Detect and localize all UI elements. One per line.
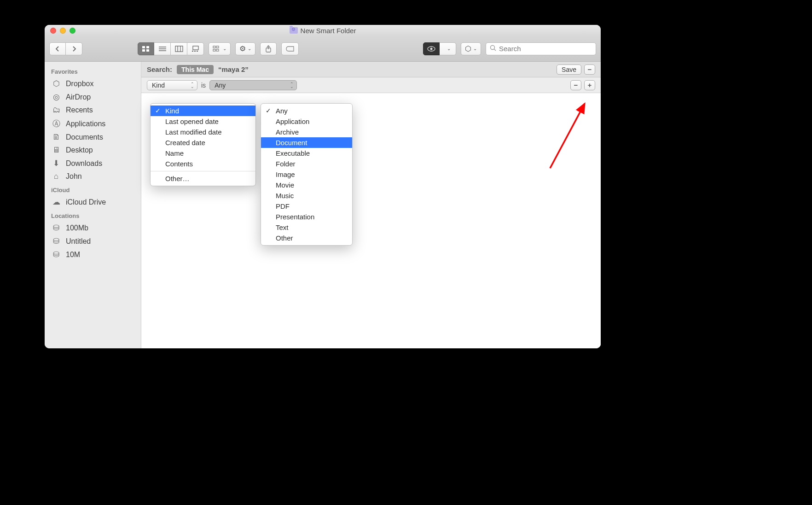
search-icon [490,45,496,53]
sidebar-item-john[interactable]: ⌂John [45,170,141,183]
sidebar-section-header: iCloud [45,183,141,195]
dropdown-item-other[interactable]: Other… [151,173,255,184]
dropdown-item-last-opened-date[interactable]: Last opened date [151,116,255,127]
sidebar-item-icloud-drive[interactable]: ☁iCloud Drive [45,195,141,209]
svg-rect-3 [146,49,149,52]
criteria-value-select[interactable]: Any ⌃⌄ [209,80,297,90]
dropdown-item-document[interactable]: Document [261,137,352,148]
sidebar-item-recents[interactable]: 🗂Recents [45,104,141,117]
dropbox-smart-sync-button[interactable] [423,42,440,55]
dropbox-button[interactable]: ⬡ ⌄ [461,42,481,55]
dropdown-item-folder[interactable]: Folder [261,159,352,169]
dropdown-item-label: Last opened date [165,117,219,125]
window-zoom-button[interactable] [70,28,75,34]
dropdown-item-label: Folder [276,160,296,168]
dropdown-item-label: Other [276,234,293,242]
share-button[interactable] [260,42,277,55]
dropdown-item-pdf[interactable]: PDF [261,201,352,211]
sidebar-item-desktop[interactable]: 🖥Desktop [45,144,141,157]
sidebar-item-label: Desktop [66,146,93,154]
sidebar-item-100mb[interactable]: ⛁100Mb [45,221,141,235]
icloud-icon: ☁ [51,197,61,207]
sidebar-item-applications[interactable]: ⒶApplications [45,117,141,131]
dropdown-item-label: Kind [165,107,179,115]
group-by-button[interactable]: ⌄ [209,42,231,55]
search-field[interactable] [486,42,596,55]
chevron-down-icon: ⌄ [248,46,251,51]
add-criteria-button[interactable]: + [584,80,595,90]
dropdown-item-image[interactable]: Image [261,169,352,180]
search-input[interactable] [499,45,592,53]
back-button[interactable] [49,42,66,55]
dropdown-item-music[interactable]: Music [261,190,352,201]
save-button[interactable]: Save [557,65,581,75]
sidebar-item-label: Downloads [66,159,102,168]
dropdown-item-label: Presentation [276,213,314,221]
window-close-button[interactable] [50,28,56,34]
dropbox-icon: ⬡ [465,44,471,53]
updown-icon: ⌃⌄ [290,82,294,88]
window-minimize-button[interactable] [60,28,66,34]
dropdown-item-archive[interactable]: Archive [261,127,352,137]
dropdown-item-application[interactable]: Application [261,116,352,127]
toolbar: ⌄ ⚙ ⌄ ⌄ ⬡ ⌄ [45,36,601,62]
titlebar: New Smart Folder [45,25,601,36]
dropdown-item-label: Image [276,170,295,178]
criteria-attribute-dropdown: ✓KindLast opened dateLast modified dateC… [150,103,256,186]
dropdown-item-created-date[interactable]: Created date [151,137,255,148]
dropdown-item-label: Name [165,149,184,157]
dropbox-smart-sync-menu-button[interactable]: ⌄ [440,42,456,55]
sidebar-item-airdrop[interactable]: ◎AirDrop [45,90,141,104]
window-title: New Smart Folder [301,27,356,35]
dropdown-item-other[interactable]: Other [261,233,352,243]
remove-search-button[interactable]: − [584,65,595,75]
sidebar-item-label: Recents [66,106,93,114]
dropdown-item-label: Movie [276,181,294,189]
dropdown-item-executable[interactable]: Executable [261,148,352,159]
view-icon-mode-button[interactable] [138,42,154,55]
sidebar-item-untitled[interactable]: ⛁Untitled [45,235,141,248]
dropdown-item-contents[interactable]: Contents [151,159,255,169]
sidebar-item-label: AirDrop [66,93,91,101]
dropdown-item-movie[interactable]: Movie [261,180,352,190]
scope-folder[interactable]: “maya 2” [218,65,249,73]
criteria-attribute-value: Kind [152,82,165,89]
svg-rect-14 [213,46,215,48]
svg-rect-2 [142,49,145,52]
sidebar-item-downloads[interactable]: ⬇Downloads [45,157,141,170]
documents-icon: 🗎 [51,133,61,142]
scope-this-mac[interactable]: This Mac [177,65,214,74]
criteria-row: Kind ⌃⌄ is Any ⌃⌄ − + [141,77,601,93]
dropdown-item-text[interactable]: Text [261,222,352,233]
dropdown-item-name[interactable]: Name [151,148,255,159]
dropdown-item-kind[interactable]: ✓Kind [151,106,255,116]
dropdown-separator [151,171,255,171]
criteria-value: Any [215,82,226,89]
dropdown-item-label: Music [276,192,294,200]
chevron-down-icon: ⌄ [223,46,226,51]
desktop-icon: 🖥 [51,146,61,155]
remove-criteria-button[interactable]: − [570,80,581,90]
criteria-connector: is [201,82,206,89]
svg-rect-12 [194,51,196,52]
view-column-mode-button[interactable] [171,42,187,55]
action-button[interactable]: ⚙ ⌄ [235,42,255,55]
dropdown-item-label: Contents [165,160,193,168]
disk-icon: ⛁ [51,250,61,259]
tags-button[interactable] [281,42,299,55]
svg-rect-0 [142,46,145,48]
forward-button[interactable] [66,42,82,55]
sidebar-item-dropbox[interactable]: ⬡Dropbox [45,77,141,90]
view-gallery-mode-button[interactable] [187,42,204,55]
view-list-mode-button[interactable] [154,42,171,55]
dropdown-item-label: Document [276,139,307,147]
dropdown-item-any[interactable]: ✓Any [261,106,352,116]
sidebar-item-10m[interactable]: ⛁10M [45,248,141,261]
dropdown-item-label: Created date [165,139,205,147]
recents-icon: 🗂 [51,106,61,115]
svg-rect-1 [146,46,149,48]
dropdown-item-last-modified-date[interactable]: Last modified date [151,127,255,137]
criteria-attribute-select[interactable]: Kind ⌃⌄ [147,80,197,90]
sidebar-item-documents[interactable]: 🗎Documents [45,131,141,144]
dropdown-item-presentation[interactable]: Presentation [261,211,352,222]
